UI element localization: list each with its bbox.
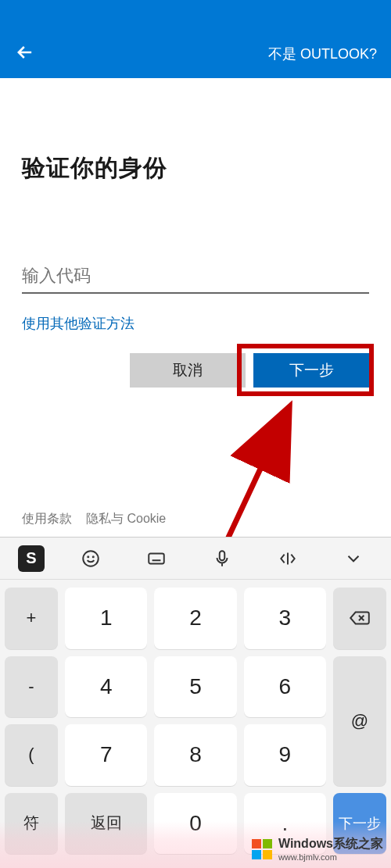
keyboard-toolbar: S xyxy=(0,538,391,580)
key-backspace[interactable] xyxy=(333,588,386,649)
footer-links: 使用条款 隐私与 Cookie xyxy=(22,511,166,527)
chevron-down-icon xyxy=(343,548,364,569)
collapse-keyboard-button[interactable] xyxy=(334,543,373,574)
key-4[interactable]: 4 xyxy=(65,656,147,718)
svg-rect-6 xyxy=(220,551,225,560)
voice-input-button[interactable] xyxy=(203,543,242,574)
key-1[interactable]: 1 xyxy=(65,588,147,649)
key-8[interactable]: 8 xyxy=(154,724,236,786)
key-symbols[interactable]: 符 xyxy=(5,793,58,855)
svg-rect-5 xyxy=(149,553,164,563)
key-dot[interactable]: . xyxy=(244,793,326,855)
svg-point-2 xyxy=(83,551,99,566)
key-5[interactable]: 5 xyxy=(154,656,236,718)
key-plus[interactable]: + xyxy=(5,588,58,649)
key-6[interactable]: 6 xyxy=(244,656,326,718)
key-9[interactable]: 9 xyxy=(244,724,326,786)
next-button[interactable]: 下一步 xyxy=(253,353,369,388)
cursor-move-icon xyxy=(278,548,298,569)
key-minus[interactable]: - xyxy=(5,656,58,718)
terms-link[interactable]: 使用条款 xyxy=(22,511,72,527)
smile-icon xyxy=(81,548,101,569)
svg-point-4 xyxy=(93,556,94,557)
emoji-button[interactable] xyxy=(71,543,110,574)
button-row: 取消 下一步 xyxy=(22,353,369,388)
main-content: 验证你的身份 使用其他验证方法 取消 下一步 xyxy=(0,152,391,388)
key-paren[interactable]: ( xyxy=(5,724,58,786)
keyboard-grid: + 1 2 3 - 4 5 6 @ ( 7 8 9 符 返回 0 . 下一步 xyxy=(0,580,391,868)
ime-brand-button[interactable]: S xyxy=(18,545,45,572)
key-next[interactable]: 下一步 xyxy=(333,793,386,855)
key-3[interactable]: 3 xyxy=(244,588,326,649)
svg-point-3 xyxy=(88,556,88,557)
key-at[interactable]: @ xyxy=(333,656,386,786)
cursor-move-button[interactable] xyxy=(268,543,307,574)
status-bar xyxy=(0,0,391,30)
code-input[interactable] xyxy=(22,261,369,294)
app-header: 不是 OUTLOOK? xyxy=(0,30,391,78)
not-outlook-link[interactable]: 不是 OUTLOOK? xyxy=(268,45,377,63)
key-return[interactable]: 返回 xyxy=(65,793,147,855)
arrow-left-icon xyxy=(14,41,36,63)
key-0[interactable]: 0 xyxy=(154,793,236,855)
backspace-icon xyxy=(348,609,371,627)
cancel-button[interactable]: 取消 xyxy=(130,353,246,388)
page-title: 验证你的身份 xyxy=(22,152,369,184)
key-2[interactable]: 2 xyxy=(154,588,236,649)
microphone-icon xyxy=(212,548,232,569)
key-7[interactable]: 7 xyxy=(65,724,147,786)
keyboard-icon xyxy=(146,548,167,569)
alt-method-link[interactable]: 使用其他验证方法 xyxy=(22,314,135,333)
privacy-link[interactable]: 隐私与 Cookie xyxy=(86,511,166,527)
keyboard-layout-button[interactable] xyxy=(137,543,176,574)
soft-keyboard: S + 1 2 3 - 4 5 6 @ ( 7 8 xyxy=(0,537,391,868)
back-button[interactable] xyxy=(14,41,36,66)
